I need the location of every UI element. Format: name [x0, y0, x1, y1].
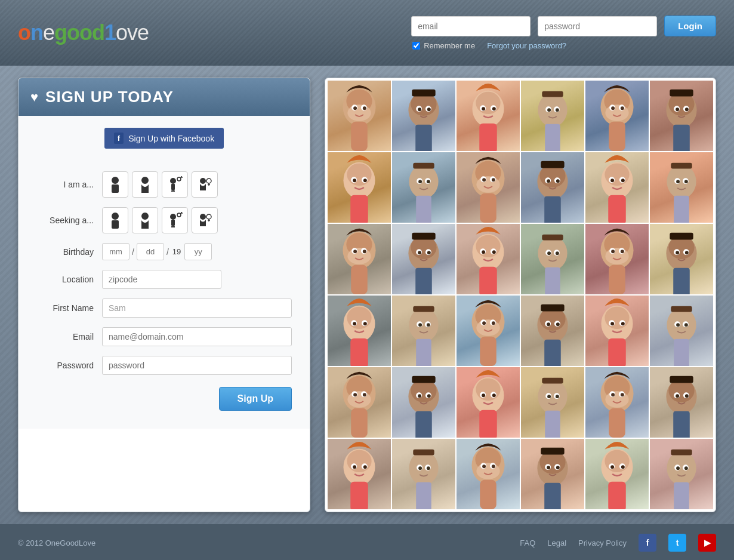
iam-woman-icon-btn[interactable]	[132, 171, 158, 198]
photo-cell[interactable]	[392, 367, 455, 438]
signup-submit-button[interactable]: Sign Up	[219, 387, 292, 411]
birthday-yy-input[interactable]	[184, 243, 212, 260]
svg-rect-4	[171, 184, 175, 190]
location-row: Location	[36, 270, 292, 289]
svg-point-74	[685, 107, 689, 111]
photo-cell[interactable]	[457, 224, 520, 294]
svg-point-58	[556, 108, 559, 112]
photo-cell[interactable]	[585, 367, 649, 438]
login-button[interactable]: Login	[664, 16, 716, 36]
svg-point-2	[141, 177, 149, 184]
seeking-row: Seeking a...	[36, 207, 292, 233]
header-password-input[interactable]	[538, 16, 657, 36]
iam-woman-symbol-btn[interactable]	[192, 171, 218, 198]
photo-cell[interactable]	[521, 296, 584, 366]
svg-rect-84	[416, 196, 431, 223]
photo-cell[interactable]	[521, 439, 584, 509]
svg-rect-130	[415, 268, 432, 294]
svg-point-297	[676, 466, 680, 470]
photo-cell[interactable]	[650, 296, 713, 366]
photo-cell[interactable]	[650, 224, 713, 294]
svg-point-83	[409, 165, 438, 199]
iam-man-icon-btn[interactable]	[102, 171, 128, 198]
photo-cell[interactable]	[585, 152, 649, 223]
photo-cell[interactable]	[457, 81, 520, 151]
iam-man-symbol-btn[interactable]	[162, 171, 188, 198]
seeking-man-icon-btn[interactable]	[102, 207, 128, 233]
email-input[interactable]	[102, 327, 292, 346]
photo-cell[interactable]	[650, 81, 713, 151]
svg-point-291	[610, 465, 614, 469]
header-email-input[interactable]	[411, 16, 531, 36]
svg-point-242	[605, 391, 628, 408]
birthday-dd-input[interactable]	[137, 243, 164, 260]
svg-point-277	[492, 464, 495, 468]
remember-me-label[interactable]: Remember me	[412, 41, 475, 50]
footer-legal-link[interactable]: Legal	[547, 539, 566, 547]
svg-rect-48	[479, 124, 497, 151]
forgot-password-link[interactable]: Forgot your password?	[487, 41, 566, 50]
twitter-social-icon[interactable]: t	[668, 534, 686, 552]
photo-cell[interactable]	[328, 367, 391, 438]
header-login-area: Login Remember me Forgot your password?	[411, 16, 716, 50]
facebook-signup-button[interactable]: f Sign Up with Facebook	[104, 128, 224, 149]
photo-cell[interactable]	[392, 439, 455, 509]
remember-me-checkbox[interactable]	[412, 42, 420, 50]
svg-point-201	[610, 322, 614, 325]
svg-rect-255	[670, 376, 693, 383]
svg-point-147	[547, 251, 551, 255]
svg-point-227	[476, 379, 500, 401]
svg-rect-153	[609, 265, 625, 294]
facebook-social-icon[interactable]: f	[639, 534, 656, 552]
svg-rect-149	[542, 235, 563, 241]
photo-cell[interactable]	[457, 439, 520, 509]
firstname-row: First Name	[36, 299, 292, 318]
photo-cell[interactable]	[392, 296, 455, 366]
svg-point-148	[556, 251, 559, 255]
photo-cell[interactable]	[585, 224, 649, 294]
signup-body: f Sign Up with Facebook I am a...	[18, 116, 310, 429]
photo-cell[interactable]	[457, 296, 520, 366]
password-input[interactable]	[102, 356, 292, 375]
photo-cell[interactable]	[328, 224, 391, 294]
youtube-social-icon[interactable]: ▶	[698, 534, 716, 552]
photo-cell[interactable]	[521, 367, 584, 438]
page-footer: © 2012 OneGoodLove FAQ Legal Privacy Pol…	[0, 524, 734, 560]
photo-cell[interactable]	[521, 224, 584, 294]
photo-cell[interactable]	[328, 152, 391, 223]
footer-privacy-link[interactable]: Privacy Policy	[578, 539, 627, 547]
seeking-man-symbol-btn[interactable]	[162, 207, 188, 233]
photo-cell[interactable]	[328, 439, 391, 509]
photo-cell[interactable]	[521, 81, 584, 151]
footer-faq-link[interactable]: FAQ	[520, 539, 535, 547]
photo-cell[interactable]	[585, 439, 649, 509]
birthday-fields: / / 19	[102, 243, 292, 260]
svg-point-15	[112, 213, 119, 220]
photo-cell[interactable]	[328, 81, 391, 151]
photo-cell[interactable]	[392, 81, 455, 151]
photo-cell[interactable]	[521, 152, 584, 223]
photo-cell[interactable]	[457, 152, 520, 223]
seeking-woman-icon-btn[interactable]	[132, 207, 158, 233]
photo-cell[interactable]	[392, 152, 455, 223]
man-icon	[109, 176, 122, 193]
photo-cell[interactable]	[392, 224, 455, 294]
seeking-woman-symbol-btn[interactable]	[192, 207, 218, 233]
location-input[interactable]	[102, 270, 221, 289]
photo-cell[interactable]	[650, 152, 713, 223]
photo-cell[interactable]	[457, 367, 520, 438]
photo-cell[interactable]	[585, 296, 649, 366]
main-content: ♥ SIGN UP TODAY f Sign Up with Facebook …	[0, 66, 734, 524]
firstname-input[interactable]	[102, 299, 292, 318]
male-symbol-icon	[167, 176, 183, 193]
svg-point-134	[427, 251, 431, 254]
svg-rect-209	[671, 306, 692, 312]
logo-text-o: o	[18, 20, 30, 45]
photo-cell[interactable]	[328, 296, 391, 366]
header-login-row: Login	[411, 16, 716, 36]
birthday-mm-input[interactable]	[102, 243, 129, 260]
photo-cell[interactable]	[585, 81, 649, 151]
photo-cell[interactable]	[650, 439, 713, 509]
photo-cell[interactable]	[650, 367, 713, 438]
seeking-gender-icons	[102, 207, 292, 233]
